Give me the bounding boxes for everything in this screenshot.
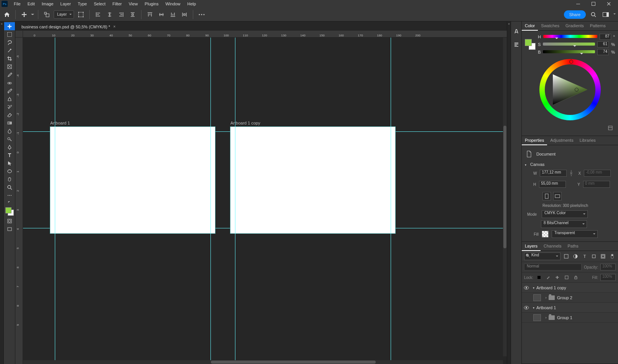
guide-vertical[interactable] <box>235 38 235 364</box>
sb-handle[interactable] <box>575 88 579 92</box>
tab-layers[interactable]: Layers <box>522 242 541 251</box>
portrait-orientation-button[interactable] <box>542 192 551 200</box>
character-panel-icon[interactable] <box>512 27 521 36</box>
shape-tool[interactable] <box>4 167 15 175</box>
hue-input[interactable]: 87 <box>600 34 611 40</box>
guide-vertical[interactable] <box>55 38 55 364</box>
tab-libraries[interactable]: Libraries <box>577 136 599 145</box>
marquee-tool[interactable] <box>4 30 15 38</box>
tab-patterns[interactable]: Patterns <box>587 21 609 30</box>
y-input[interactable]: 0 mm <box>583 181 610 188</box>
vertical-scrollbar[interactable] <box>503 38 507 356</box>
bit-depth-dropdown[interactable]: 8 Bits/Channel <box>541 220 587 228</box>
eyedropper-tool[interactable] <box>4 71 15 79</box>
canvas-section-header[interactable]: Canvas <box>525 161 615 168</box>
dodge-tool[interactable] <box>4 135 15 143</box>
ruler-corner[interactable] <box>15 31 23 38</box>
layer-name[interactable]: Artboard 1 copy <box>536 285 566 290</box>
lock-pos-icon[interactable] <box>554 274 561 281</box>
expand-right-icon[interactable] <box>507 21 511 364</box>
width-input[interactable]: 177,12 mm <box>540 170 567 177</box>
menu-select[interactable]: Select <box>91 0 109 7</box>
close-button[interactable] <box>601 0 616 8</box>
quick-mask-icon[interactable] <box>4 217 15 225</box>
artboard-1-label[interactable]: Artboard 1 <box>50 121 70 125</box>
home-button[interactable] <box>2 10 12 19</box>
layer-artboard-1[interactable]: Artboard 1 <box>522 303 618 313</box>
canvas-viewport[interactable]: 0 10 20 30 40 50 60 70 80 90 100 110 120… <box>15 31 507 364</box>
magic-wand-tool[interactable] <box>4 46 15 54</box>
align-bottom-icon[interactable] <box>168 10 178 19</box>
canvas[interactable]: Artboard 1 Artboard 1 copy <box>23 38 507 364</box>
layer-thumbnail[interactable] <box>533 314 541 321</box>
color-wheel[interactable] <box>539 59 601 120</box>
align-vcenter-icon[interactable] <box>157 10 166 19</box>
layer-kind-dropdown[interactable]: Kind <box>524 253 560 260</box>
align-right-icon[interactable] <box>117 10 126 19</box>
filter-toggle-icon[interactable] <box>609 253 616 260</box>
fill-opacity-input[interactable]: 100% <box>600 274 616 281</box>
move-tool-icon[interactable] <box>20 10 29 19</box>
artboard-1[interactable]: Artboard 1 <box>50 126 215 234</box>
move-tool[interactable] <box>4 22 15 30</box>
horizontal-scrollbar[interactable] <box>23 360 503 364</box>
auto-select-toggle[interactable] <box>42 10 51 19</box>
lock-artboard-icon[interactable] <box>563 274 570 281</box>
vertical-ruler[interactable]: -5 -4 -3 -2 -1 0 1 2 3 4 5 6 7 8 9 <box>15 38 23 364</box>
layer-group-1[interactable]: Group 1 <box>522 313 618 323</box>
filter-adjust-icon[interactable] <box>572 253 579 260</box>
tab-adjustments[interactable]: Adjustments <box>547 136 577 145</box>
color-triangle[interactable] <box>549 69 591 111</box>
menu-image[interactable]: Image <box>39 0 57 7</box>
history-brush-tool[interactable] <box>4 103 15 111</box>
menu-window[interactable]: Window <box>162 0 183 7</box>
lasso-tool[interactable] <box>4 38 15 46</box>
hand-tool[interactable] <box>4 175 15 183</box>
layer-name[interactable]: Artboard 1 <box>536 305 556 310</box>
landscape-orientation-button[interactable] <box>553 192 562 200</box>
fill-dropdown[interactable]: Transparent <box>552 230 598 238</box>
bri-input[interactable]: 74 <box>597 49 609 55</box>
sat-slider[interactable] <box>543 43 595 46</box>
color-swatch-pair[interactable] <box>525 39 536 50</box>
type-tool[interactable] <box>4 151 15 159</box>
workspace-icon[interactable] <box>601 10 610 19</box>
foreground-color[interactable] <box>5 207 12 213</box>
menu-plugins[interactable]: Plugins <box>141 0 161 7</box>
expand-toggle[interactable] <box>531 286 536 290</box>
layer-group-2[interactable]: Group 2 <box>522 293 618 303</box>
menu-edit[interactable]: Edit <box>25 0 38 7</box>
align-hcenter-icon[interactable] <box>105 10 114 19</box>
height-input[interactable]: 55,03 mm <box>539 181 566 188</box>
path-select-tool[interactable] <box>4 159 15 167</box>
horizontal-ruler[interactable]: 0 10 20 30 40 50 60 70 80 90 100 110 120… <box>23 31 507 38</box>
hue-handle[interactable] <box>569 60 573 64</box>
tab-color[interactable]: Color <box>522 21 538 31</box>
bri-slider[interactable] <box>543 50 595 54</box>
minimize-button[interactable] <box>570 0 586 8</box>
transform-controls-toggle[interactable] <box>76 10 85 19</box>
x-input[interactable]: -0,08 mm <box>584 170 611 177</box>
tab-channels[interactable]: Channels <box>541 242 564 251</box>
eraser-tool[interactable] <box>4 111 15 119</box>
filter-type-icon[interactable]: T <box>581 253 588 260</box>
auto-select-mode-dropdown[interactable]: Layer <box>54 10 74 19</box>
align-top-icon[interactable] <box>145 10 154 19</box>
layer-thumbnail[interactable] <box>533 294 541 301</box>
filter-shape-icon[interactable] <box>590 253 597 260</box>
filter-smart-icon[interactable] <box>600 253 606 260</box>
pen-tool[interactable] <box>4 143 15 151</box>
menu-help[interactable]: Help <box>184 0 199 7</box>
search-icon[interactable] <box>589 10 598 19</box>
foreground-background-swatch[interactable] <box>4 206 15 217</box>
expand-toggle[interactable] <box>543 296 549 300</box>
scrollbar-thumb[interactable] <box>211 361 376 364</box>
expand-left-icon[interactable] <box>0 21 4 364</box>
menu-layer[interactable]: Layer <box>57 0 74 7</box>
guide-vertical[interactable] <box>391 38 391 364</box>
document-tab[interactable]: business card design.psd @ 50,5% (CMYK/8… <box>18 23 118 31</box>
artboard-1-copy[interactable]: Artboard 1 copy <box>230 126 396 234</box>
zoom-tool[interactable] <box>4 183 15 191</box>
sat-input[interactable]: 61 <box>597 41 609 48</box>
paragraph-panel-icon[interactable] <box>512 40 521 49</box>
